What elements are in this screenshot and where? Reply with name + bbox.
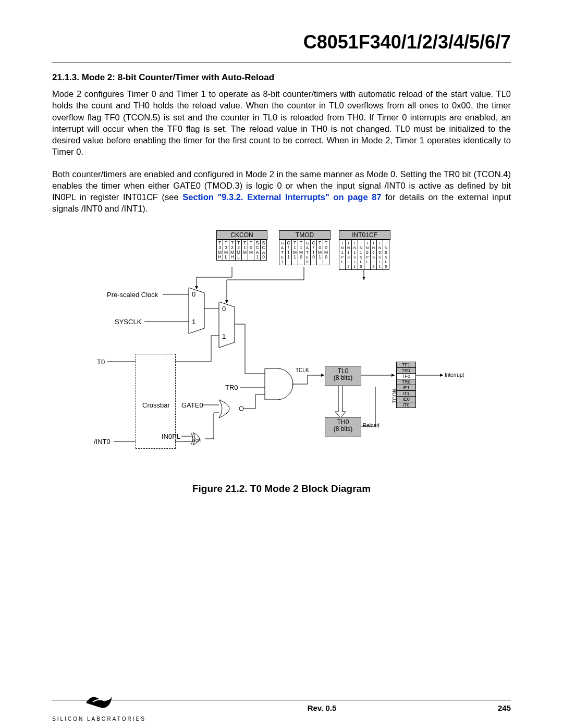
- ckcon-bit-2: T2MH: [229, 240, 236, 261]
- int01cf-bit-0: IN1PL: [339, 240, 346, 270]
- lbl-tclk: TCLK: [296, 367, 309, 373]
- tcon-row-7: IT0: [397, 402, 415, 408]
- int01cf-bit-6: IN0SL1: [377, 240, 383, 270]
- tmod-bit-4: GATE0: [304, 240, 311, 265]
- svg-marker-4: [219, 302, 235, 348]
- lbl-gate0: GATE0: [181, 401, 203, 409]
- ckcon-bit-1: T3ML: [223, 240, 229, 261]
- lbl-xor: XOR: [193, 439, 201, 442]
- reg-int01cf: INT01CF IN1PL IN1SL2 IN1SL1 IN1SL0 IN0PL…: [339, 230, 390, 270]
- tcon-row-2: TF0: [397, 374, 415, 379]
- box-tcon: TF1 TR1 TF0 TR0 IE1 IT1 IE0 IT0: [396, 362, 416, 408]
- lbl-int0: /INT0: [94, 438, 111, 446]
- svg-point-23: [239, 406, 243, 411]
- tmod-bit-0: GATE1: [279, 240, 286, 265]
- tcon-row-6: IE0: [397, 397, 415, 402]
- paragraph-1: Mode 2 configures Timer 0 and Timer 1 to…: [52, 88, 511, 158]
- tcon-row-1: TR1: [397, 368, 415, 374]
- svg-marker-2: [189, 288, 204, 334]
- reg-tmod-title: TMOD: [279, 230, 331, 240]
- header-rule: [52, 63, 511, 63]
- tmod-bit-5: C/T0: [311, 240, 317, 265]
- section-number: 21.1.3.: [52, 72, 79, 82]
- tcon-title: TCON: [392, 388, 398, 403]
- crossbar-box: [136, 354, 176, 449]
- lbl-tr0: TR0: [225, 384, 238, 391]
- tmod-bit-1: C/T1: [286, 240, 292, 265]
- mux2-in1: 1: [222, 332, 226, 340]
- ckcon-bit-3: T2ML: [236, 240, 242, 261]
- tcon-row-3: TR0: [397, 379, 415, 385]
- int01cf-bit-5: IN0SL2: [371, 240, 377, 270]
- tmod-bit-3: T1M0: [298, 240, 304, 265]
- lbl-sysclk: SYSCLK: [115, 318, 141, 326]
- tl0-title: TL0: [338, 367, 349, 375]
- mux1-in1: 1: [192, 318, 195, 326]
- mux2-in0: 0: [222, 305, 226, 313]
- box-tl0: TL0 (8 bits): [325, 366, 361, 386]
- page-footer: SILICON LABORATORIES Rev. 0.5 245: [52, 696, 511, 712]
- revision-text: Rev. 0.5: [146, 704, 498, 712]
- tcon-row-4: IE1: [397, 385, 415, 391]
- paragraph-2: Both counter/timers are enabled and conf…: [52, 168, 511, 215]
- reg-ckcon-title: CKCON: [216, 230, 267, 240]
- int01cf-bit-7: IN0SL0: [383, 240, 389, 270]
- ckcon-bit-4: T1M: [242, 240, 248, 261]
- crossref-link[interactable]: Section "9.3.2. External Interrupts" on …: [182, 192, 381, 202]
- lbl-interrupt: Interrupt: [445, 372, 464, 378]
- block-diagram: CKCON T3MH T3ML T2MH T2ML T1M T0M SCA1 S…: [83, 230, 480, 475]
- reg-tmod: TMOD GATE1 C/T1 T1M1 T1M0 GATE0 C/T0 T0M…: [279, 230, 331, 265]
- int01cf-bit-4: IN0PL: [364, 240, 371, 270]
- box-th0: TH0 (8 bits): [325, 417, 361, 437]
- company-logo: SILICON LABORATORIES: [52, 693, 146, 722]
- figure-caption: Figure 21.2. T0 Mode 2 Block Diagram: [52, 483, 511, 495]
- company-name: SILICON LABORATORIES: [52, 716, 146, 722]
- tmod-bit-6: T0M1: [317, 240, 323, 265]
- ckcon-bit-6: SCA1: [254, 240, 261, 261]
- lbl-t0: T0: [97, 358, 105, 366]
- lbl-prescaled-clock: Pre-scaled Clock: [107, 291, 158, 299]
- tcon-row-0: TF1: [397, 362, 415, 368]
- ckcon-bit-0: T3MH: [216, 240, 223, 261]
- page-number: 245: [498, 704, 511, 712]
- th0-sub: (8 bits): [334, 425, 353, 433]
- mux1-in0: 0: [192, 290, 195, 298]
- tcon-row-5: IT1: [397, 391, 415, 397]
- ckcon-bit-7: SCA0: [261, 240, 267, 261]
- reg-ckcon: CKCON T3MH T3ML T2MH T2ML T1M T0M SCA1 S…: [216, 230, 267, 261]
- int01cf-bit-2: IN1SL1: [352, 240, 358, 270]
- section-title: Mode 2: 8-bit Counter/Timer with Auto-Re…: [82, 72, 274, 82]
- ckcon-bit-5: T0M: [248, 240, 254, 261]
- page-header-chip: C8051F340/1/2/3/4/5/6/7: [52, 31, 511, 53]
- logo-icon: [83, 693, 115, 713]
- section-heading: 21.1.3. Mode 2: 8-bit Counter/Timer with…: [52, 72, 511, 83]
- int01cf-bit-3: IN1SL0: [358, 240, 364, 270]
- tmod-bit-7: T0M0: [323, 240, 329, 265]
- tmod-bit-2: T1M1: [292, 240, 298, 265]
- lbl-reload: Reload: [363, 423, 380, 428]
- int01cf-bit-1: IN1SL2: [346, 240, 352, 270]
- th0-title: TH0: [337, 418, 349, 426]
- reg-int01cf-title: INT01CF: [339, 230, 390, 240]
- tl0-sub: (8 bits): [334, 374, 353, 381]
